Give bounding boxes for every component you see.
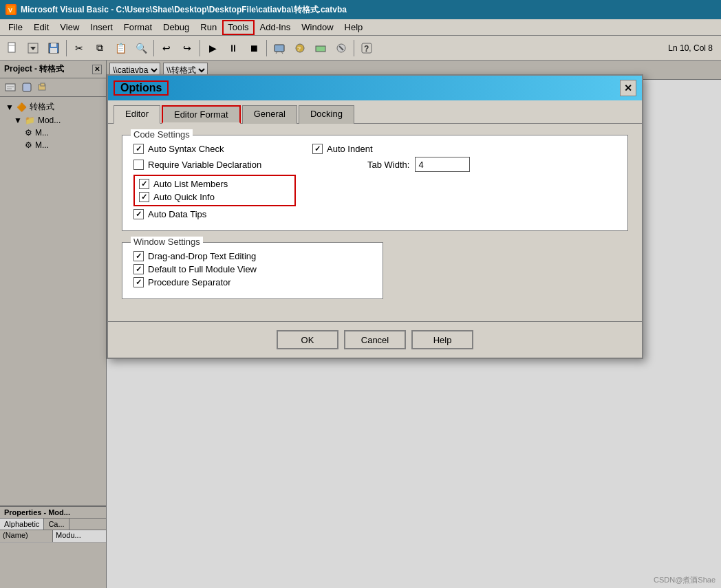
code-settings-title: Code Settings (131, 129, 193, 140)
svg-rect-14 (316, 46, 325, 52)
auto-quick-label: Auto Quick Info (153, 192, 215, 202)
toolbar-sep-5 (354, 40, 354, 56)
auto-indent-label: Auto Indent (327, 144, 373, 154)
auto-quick-checkbox[interactable] (139, 192, 149, 202)
auto-syntax-checkbox[interactable] (133, 144, 144, 154)
toolbar-new-btn[interactable] (3, 39, 22, 58)
watermark: CSDN@煮酒Shae (654, 575, 715, 585)
dialog-overlay: Options ✕ Editor Editor Format General D… (0, 61, 721, 588)
auto-syntax-item: Auto Syntax Check (133, 144, 285, 154)
main-area: Project - 转格式 ✕ ▼ 🔶 转格式 ▼ 📁 Mod... (0, 61, 721, 588)
tab-width-label: Tab Width: (367, 160, 409, 170)
win-settings-row-2: Default to Full Module View (133, 264, 372, 274)
cancel-button[interactable]: Cancel (344, 330, 406, 349)
svg-rect-2 (8, 43, 15, 52)
toolbar-undo-btn[interactable]: ↩ (157, 39, 176, 58)
toolbar-dropdown-btn[interactable] (23, 39, 43, 58)
dialog-content: Code Settings Auto Syntax Check Auto Ind… (108, 124, 642, 321)
toolbar-stop-btn[interactable]: ⏹ (244, 39, 263, 58)
app-title: Microsoft Visual Basic - C:\Users\Shae\D… (21, 4, 347, 16)
menu-tools[interactable]: Tools (222, 20, 254, 35)
dialog-titlebar: Options ✕ (108, 76, 642, 100)
menu-addins[interactable]: Add-Ins (255, 20, 297, 35)
toolbar-debug2-btn[interactable]: ? (290, 39, 310, 58)
toolbar-pause-btn[interactable]: ⏸ (224, 39, 243, 58)
settings-row-3: Auto List Members Auto Quick Info (133, 175, 616, 206)
toolbar-redo-btn[interactable]: ↪ (177, 39, 197, 58)
highlighted-checkboxes: Auto List Members Auto Quick Info (133, 175, 296, 206)
tab-docking[interactable]: Docking (299, 105, 354, 124)
full-module-checkbox[interactable] (133, 264, 144, 274)
tab-general[interactable]: General (242, 105, 297, 124)
toolbar-paste-btn[interactable]: 📋 (111, 39, 130, 58)
proc-sep-checkbox[interactable] (133, 277, 144, 287)
win-settings-row-1: Drag-and-Drop Text Editing (133, 251, 372, 261)
toolbar-debug1-btn[interactable] (270, 39, 289, 58)
drag-drop-checkbox[interactable] (133, 251, 144, 261)
auto-list-checkbox[interactable] (139, 179, 149, 189)
toolbar-sep-4 (266, 40, 267, 56)
ok-button[interactable]: OK (277, 330, 338, 349)
svg-rect-7 (51, 43, 56, 47)
auto-quick-item: Auto Quick Info (139, 192, 290, 202)
proc-sep-label: Procedure Separator (148, 277, 231, 287)
menu-format[interactable]: Format (118, 20, 158, 35)
tab-width-input[interactable] (415, 157, 470, 172)
require-var-label: Require Variable Declaration (148, 160, 261, 170)
auto-indent-checkbox[interactable] (312, 144, 323, 154)
window-settings-title: Window Settings (131, 237, 203, 247)
drag-drop-label: Drag-and-Drop Text Editing (148, 251, 256, 261)
menu-insert[interactable]: Insert (85, 20, 118, 35)
title-bar: V Microsoft Visual Basic - C:\Users\Shae… (0, 0, 721, 19)
menu-file[interactable]: File (3, 20, 28, 35)
toolbar-sep-1 (66, 40, 67, 56)
svg-text:?: ? (297, 45, 301, 52)
dialog-tabs: Editor Editor Format General Docking (108, 100, 642, 124)
toolbar-help-btn[interactable]: ? (357, 39, 376, 58)
drag-drop-item: Drag-and-Drop Text Editing (133, 251, 285, 261)
menu-view[interactable]: View (54, 20, 85, 35)
settings-row-4: Auto Data Tips (133, 209, 616, 219)
toolbar-debug3-btn[interactable] (311, 39, 330, 58)
toolbar-sep-3 (200, 40, 200, 56)
win-settings-row-3: Procedure Separator (133, 277, 372, 287)
svg-text:?: ? (364, 44, 369, 54)
toolbar-find-btn[interactable]: 🔍 (131, 39, 151, 58)
auto-data-checkbox[interactable] (133, 209, 144, 219)
app-icon: V (6, 4, 17, 15)
auto-data-label: Auto Data Tips (148, 209, 206, 219)
toolbar-save-btn[interactable] (44, 39, 63, 58)
require-var-item: Require Variable Declaration (133, 157, 285, 172)
dialog-close-btn[interactable]: ✕ (620, 80, 636, 96)
menu-run[interactable]: Run (195, 20, 222, 35)
proc-sep-item: Procedure Separator (133, 277, 285, 287)
toolbar-cut-btn[interactable]: ✂ (69, 39, 89, 58)
menu-help[interactable]: Help (339, 20, 369, 35)
auto-list-label: Auto List Members (153, 179, 228, 189)
svg-text:V: V (8, 7, 12, 14)
require-var-checkbox[interactable] (133, 160, 144, 170)
menu-debug[interactable]: Debug (158, 20, 195, 35)
svg-rect-8 (50, 48, 57, 53)
auto-syntax-label: Auto Syntax Check (148, 144, 224, 154)
menu-window[interactable]: Window (296, 20, 338, 35)
help-button[interactable]: Help (411, 330, 473, 349)
svg-rect-9 (275, 45, 284, 52)
menu-bar: File Edit View Insert Format Debug Run T… (0, 19, 721, 36)
toolbar-position: Ln 10, Col 8 (668, 43, 718, 53)
auto-data-item: Auto Data Tips (133, 209, 285, 219)
dialog-title: Options (114, 80, 169, 96)
toolbar-run-btn[interactable]: ▶ (203, 39, 222, 58)
toolbar-debug4-btn[interactable] (332, 39, 351, 58)
settings-row-1: Auto Syntax Check Auto Indent (133, 144, 616, 154)
window-settings-group: Window Settings Drag-and-Drop Text Editi… (122, 242, 383, 299)
code-settings-group: Code Settings Auto Syntax Check Auto Ind… (122, 135, 628, 231)
tab-editor-format[interactable]: Editor Format (162, 105, 241, 124)
toolbar-copy-btn[interactable]: ⧉ (90, 39, 109, 58)
auto-indent-item: Auto Indent (312, 144, 464, 154)
tab-editor[interactable]: Editor (114, 105, 160, 124)
menu-edit[interactable]: Edit (28, 20, 54, 35)
dialog-buttons: OK Cancel Help (108, 321, 642, 358)
full-module-item: Default to Full Module View (133, 264, 285, 274)
settings-row-2: Require Variable Declaration Tab Width: (133, 157, 616, 172)
